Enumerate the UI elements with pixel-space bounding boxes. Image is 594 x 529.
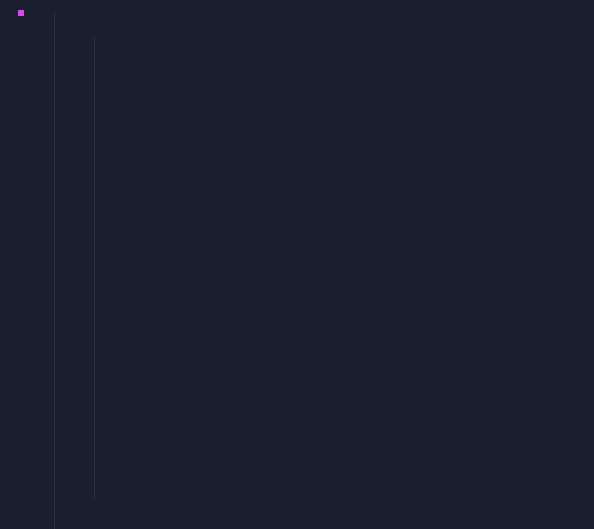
indent-guide <box>54 12 55 529</box>
highlight-rectangle <box>18 10 24 16</box>
indent-guide <box>94 38 95 498</box>
